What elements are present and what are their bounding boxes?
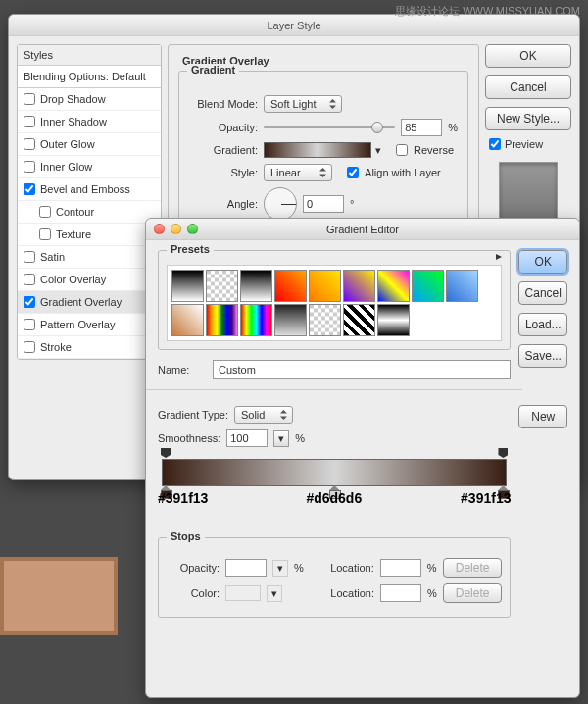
texture-check[interactable] [39,228,51,240]
gradient-overlay-label: Gradient Overlay [40,296,122,308]
zoom-icon[interactable] [187,224,198,234]
pattern-overlay-check[interactable] [24,319,35,330]
preset-swatch[interactable] [309,304,341,336]
opacity-input[interactable] [401,119,442,136]
ge-ok-button[interactable]: OK [518,250,567,274]
presets-legend: Presets [167,243,214,255]
style-stroke[interactable]: Stroke [18,336,161,359]
presets-grid [167,265,502,341]
style-inner-shadow[interactable]: Inner Shadow [18,111,161,133]
stop-opacity-dd-icon: ▾ [272,560,288,577]
minimize-icon[interactable] [171,224,181,234]
gradient-legend: Gradient [187,64,239,75]
ge-save-button[interactable]: Save... [518,344,567,368]
ge-load-button[interactable]: Load... [518,313,567,336]
style-color-overlay[interactable]: Color Overlay [18,269,161,291]
gradient-type-select[interactable]: Solid [234,406,293,424]
hex-left: #391f13 [158,490,208,506]
preset-swatch[interactable] [274,270,307,302]
opacity-pct: % [448,122,458,133]
preset-swatch[interactable] [206,304,238,336]
stop-color-swatch [225,585,261,601]
inner-glow-check[interactable] [24,161,35,173]
drop-shadow-label: Drop Shadow [40,93,106,105]
style-satin[interactable]: Satin [18,246,161,269]
preset-swatch[interactable] [206,270,238,302]
stops-fieldset: Stops Opacity:▾%Location:%Delete Color:▾… [158,537,511,618]
style-label: Style: [189,167,258,178]
style-gradient-overlay[interactable]: Gradient Overlay [18,291,161,314]
gradient-overlay-check[interactable] [24,296,35,308]
cancel-button[interactable]: Cancel [485,75,571,99]
ge-new-button[interactable]: New [518,405,567,428]
gradient-editor-titlebar[interactable]: Gradient Editor [146,219,579,240]
angle-input[interactable] [303,195,344,213]
style-inner-glow[interactable]: Inner Glow [18,156,161,178]
preset-swatch[interactable] [343,270,375,302]
texture-label: Texture [56,228,91,240]
preset-swatch[interactable] [240,270,272,302]
style-select[interactable]: Linear [264,164,332,181]
preset-swatch[interactable] [274,304,307,336]
reverse-check[interactable] [396,144,408,156]
preset-swatch[interactable] [377,304,410,336]
stops-legend: Stops [167,530,205,542]
opacity-stop-right[interactable] [498,448,508,458]
drop-shadow-check[interactable] [24,93,35,105]
style-pattern-overlay[interactable]: Pattern Overlay [18,314,161,336]
inner-shadow-check[interactable] [24,116,35,127]
close-icon[interactable] [154,224,165,234]
preset-swatch[interactable] [240,304,272,336]
angle-dial[interactable] [264,187,297,221]
blend-mode-label: Blend Mode: [189,98,258,110]
outer-glow-check[interactable] [24,138,35,150]
contour-check[interactable] [39,206,51,218]
pattern-overlay-label: Pattern Overlay [40,319,115,330]
preset-swatch[interactable] [343,304,375,336]
background-decoration [0,557,118,635]
stop-color-location-pct: % [427,587,437,599]
styles-header[interactable]: Styles [18,45,161,66]
opacity-label: Opacity: [189,122,258,133]
new-style-button[interactable]: New Style... [485,107,571,130]
bevel-check[interactable] [24,183,35,195]
inner-glow-label: Inner Glow [40,161,92,173]
presets-fieldset: Presets ▸ [158,250,511,350]
opacity-slider[interactable] [264,121,395,134]
gradient-dropdown-icon[interactable]: ▾ [375,144,381,157]
style-bevel-emboss[interactable]: Bevel and Emboss [18,178,161,201]
gradient-swatch[interactable] [264,142,371,158]
stroke-check[interactable] [24,341,35,353]
blend-mode-select[interactable]: Soft Light [264,95,342,113]
satin-check[interactable] [24,251,35,263]
stop-location-pct: % [427,562,437,574]
preset-swatch[interactable] [446,270,478,302]
ok-button[interactable]: OK [485,44,571,68]
preset-swatch[interactable] [309,270,341,302]
style-texture[interactable]: Texture [18,224,161,246]
gradient-editor-dialog: Gradient Editor Presets ▸ [145,218,580,698]
style-contour[interactable]: Contour [18,201,161,224]
presets-menu-icon[interactable]: ▸ [496,249,502,263]
style-outer-glow[interactable]: Outer Glow [18,133,161,156]
preview-label: Preview [505,138,543,150]
opacity-stop-left[interactable] [161,448,171,458]
stop-opacity-pct: % [294,562,304,574]
preset-swatch[interactable] [172,304,204,336]
ge-cancel-button[interactable]: Cancel [518,281,567,305]
stop-location-input [380,559,421,577]
hex-mid: #d6d6d6 [306,490,362,506]
align-check[interactable] [347,167,359,178]
smoothness-dropdown-icon[interactable]: ▾ [273,430,289,447]
preview-check[interactable] [489,138,501,150]
gradient-bar[interactable] [162,459,507,486]
preset-swatch[interactable] [377,270,410,302]
watermark-text: 思缘设计论坛 WWW.MISSYUAN.COM [395,4,580,19]
color-overlay-check[interactable] [24,274,35,285]
blending-options-row[interactable]: Blending Options: Default [18,66,161,88]
preset-swatch[interactable] [172,270,204,302]
preset-swatch[interactable] [412,270,444,302]
style-drop-shadow[interactable]: Drop Shadow [18,88,161,111]
name-input[interactable] [213,360,511,379]
smoothness-input[interactable] [226,429,268,447]
